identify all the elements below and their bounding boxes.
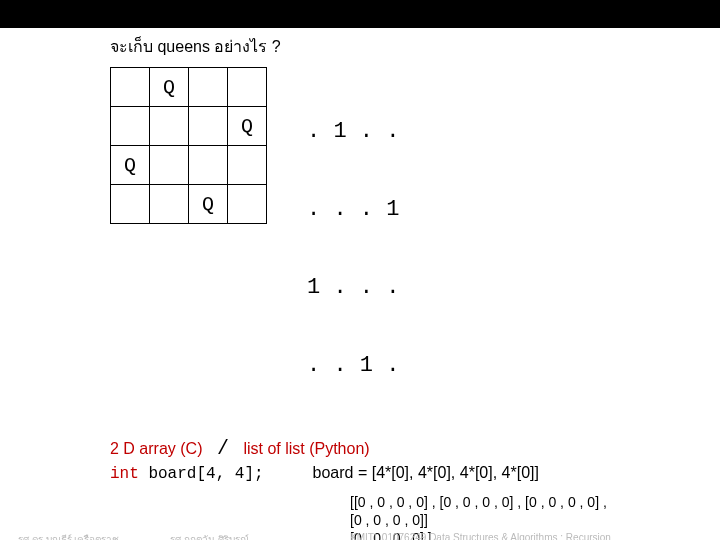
board-label: 2 D array (C) xyxy=(110,440,202,457)
matrix-row: . . 1 . xyxy=(307,353,399,379)
matrix-display: . 1 . . . . . 1 1 . . . . . 1 . xyxy=(307,67,399,431)
board-decl: board[4, 4]; xyxy=(139,465,264,483)
cell xyxy=(228,68,267,107)
cell xyxy=(189,107,228,146)
board-column: Q Q Q Q xyxy=(110,67,267,224)
top-black-bar xyxy=(0,0,720,28)
cell xyxy=(111,185,150,224)
matrix-row: 1 . . . xyxy=(307,275,399,301)
matrix-row: . . . 1 xyxy=(307,197,399,223)
labels-row: 2 D array (C) / list of list (Python) xyxy=(110,437,610,460)
cell: Q xyxy=(111,146,150,185)
slide-title: จะเก็บ queens อย่างไร ? xyxy=(110,34,610,59)
footer-course: KMITL 01076249 Data Structures & Algorit… xyxy=(350,532,611,540)
cell xyxy=(189,146,228,185)
out-line: [[0 , 0 , 0 , 0] , [0 , 0 , 0 , 0] , [0 … xyxy=(350,493,610,529)
queens-board: Q Q Q Q xyxy=(110,67,267,224)
footer-author-2: รศ.กฤตวัน ศิริบูรณ์ xyxy=(170,532,249,540)
footer-author-1: รศ.ดร.บุญธีร์ เครือตราชู xyxy=(18,532,119,540)
cell xyxy=(150,107,189,146)
list-label: list of list (Python) xyxy=(243,440,369,457)
cell xyxy=(111,68,150,107)
cell: Q xyxy=(189,185,228,224)
cell: Q xyxy=(228,107,267,146)
cell xyxy=(189,68,228,107)
cell xyxy=(150,146,189,185)
cell xyxy=(228,146,267,185)
cell xyxy=(228,185,267,224)
cell xyxy=(111,107,150,146)
slash: / xyxy=(217,437,229,460)
code-decl-row: int board[4, 4]; board = [4*[0], 4*[0], … xyxy=(110,464,610,483)
int-keyword: int xyxy=(110,465,139,483)
cell xyxy=(150,185,189,224)
matrix-row: . 1 . . xyxy=(307,119,399,145)
board-rhs: board = [4*[0], 4*[0], 4*[0], 4*[0]] xyxy=(313,464,539,481)
cell: Q xyxy=(150,68,189,107)
